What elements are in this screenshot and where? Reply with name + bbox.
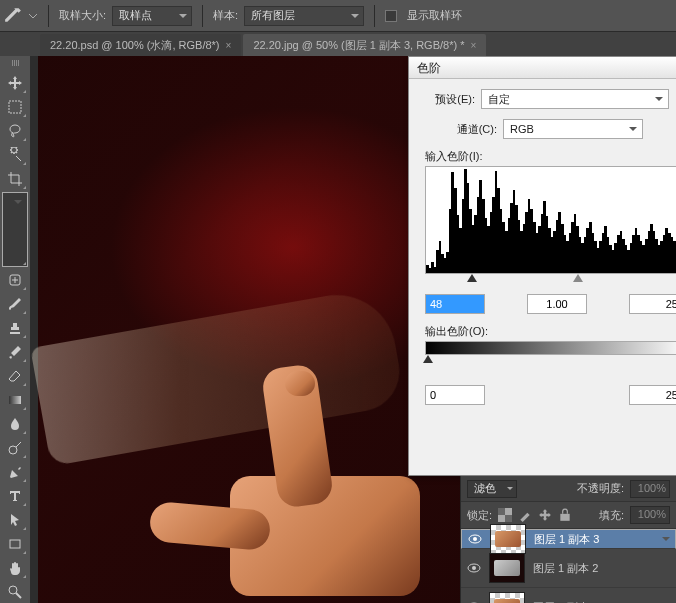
svg-rect-0 [9,101,21,113]
input-white-field[interactable] [629,294,676,314]
svg-rect-8 [498,515,505,522]
type-tool[interactable] [3,485,27,507]
input-levels-label: 输入色阶(I): [425,149,676,164]
fill-label: 填充: [599,508,624,523]
output-levels-label: 输出色阶(O): [425,324,676,339]
tab-document-2[interactable]: 22.20.jpg @ 50% (图层 1 副本 3, RGB/8*) * × [243,34,486,56]
output-black-field[interactable] [425,385,485,405]
lock-label: 锁定: [467,508,492,523]
sample-dropdown[interactable]: 所有图层 [244,6,364,26]
close-icon[interactable]: × [226,40,232,51]
layer-name: 图层 1 副本 3 [534,532,599,547]
layer-thumbnail[interactable] [489,592,525,603]
visibility-icon[interactable] [468,532,482,546]
sample-size-dropdown[interactable]: 取样点 [112,6,192,26]
channel-dropdown[interactable]: RGB [503,119,643,139]
history-brush-tool[interactable] [3,341,27,363]
grip-icon[interactable] [5,60,25,66]
svg-rect-9 [560,514,569,521]
lock-brush-icon[interactable] [518,508,532,522]
opacity-field[interactable]: 100% [630,480,670,498]
opacity-label: 不透明度: [577,481,624,496]
output-slider[interactable] [425,355,676,369]
sample-size-label: 取样大小: [59,8,106,23]
rectangle-tool[interactable] [3,533,27,555]
dodge-tool[interactable] [3,437,27,459]
eyedropper-tool[interactable] [2,192,28,267]
input-black-field[interactable] [425,294,485,314]
lock-transparency-icon[interactable] [498,508,512,522]
hand-tool[interactable] [3,557,27,579]
eyedropper-icon [4,7,22,25]
svg-point-11 [473,537,477,541]
move-tool[interactable] [3,72,27,94]
hand-shape [110,396,430,596]
layer-thumbnail[interactable] [490,524,526,554]
svg-rect-2 [9,396,21,404]
layer-row[interactable]: 图层 1 副本 3 [461,529,676,549]
layer-row[interactable]: 图层 1 副本 2 [461,549,676,588]
path-select-tool[interactable] [3,509,27,531]
lasso-tool[interactable] [3,120,27,142]
zoom-tool[interactable] [3,581,27,603]
levels-dialog: 色阶 预设(E): 自定 通道(C): RGB 输入色阶(I): [408,56,676,476]
input-gamma-field[interactable] [527,294,587,314]
dialog-title[interactable]: 色阶 [409,57,676,79]
separator [48,5,49,27]
tab-title: 22.20.jpg @ 50% (图层 1 副本 3, RGB/8*) * [253,38,464,53]
histogram [425,166,676,274]
brush-tool[interactable] [3,293,27,315]
sample-label: 样本: [213,8,238,23]
preset-dropdown[interactable]: 自定 [481,89,669,109]
black-point-slider[interactable] [467,274,477,282]
show-ring-checkbox[interactable] [385,10,397,22]
preset-label: 预设(E): [421,92,475,107]
blur-tool[interactable] [3,413,27,435]
layers-panel: 滤色 不透明度: 100% 锁定: 填充: 100% 图层 1 副本 3 [460,476,676,603]
svg-rect-4 [10,540,20,548]
show-ring-label: 显示取样环 [407,8,462,23]
eraser-tool[interactable] [3,365,27,387]
output-gradient [425,341,676,355]
svg-rect-7 [505,508,512,515]
channel-label: 通道(C): [443,122,497,137]
svg-point-3 [9,446,17,454]
separator [202,5,203,27]
visibility-icon[interactable] [467,561,481,575]
tab-document-1[interactable]: 22.20.psd @ 100% (水滴, RGB/8*) × [40,34,241,56]
fill-field[interactable]: 100% [630,506,670,524]
pen-tool[interactable] [3,461,27,483]
out-black-slider[interactable] [423,355,433,363]
canvas[interactable]: 色阶 预设(E): 自定 通道(C): RGB 输入色阶(I): [30,56,676,603]
flyout-icon[interactable] [28,11,38,21]
marquee-tool[interactable] [3,96,27,118]
tool-palette [0,56,30,603]
heal-tool[interactable] [3,269,27,291]
stamp-tool[interactable] [3,317,27,339]
separator [374,5,375,27]
gamma-slider[interactable] [573,274,583,282]
output-white-field[interactable] [629,385,676,405]
gradient-tool[interactable] [3,389,27,411]
tab-title: 22.20.psd @ 100% (水滴, RGB/8*) [50,38,220,53]
layer-thumbnail[interactable] [489,553,525,583]
options-bar: 取样大小: 取样点 样本: 所有图层 显示取样环 [0,0,676,32]
blend-mode-dropdown[interactable]: 滤色 [467,480,517,498]
layer-name: 图层 1 副本 [533,600,589,604]
layer-name: 图层 1 副本 2 [533,561,598,576]
svg-point-13 [472,566,476,570]
svg-point-5 [9,586,17,594]
layer-list: 图层 1 副本 3 图层 1 副本 2 图层 1 副本 图层 1 [461,529,676,603]
wand-tool[interactable] [3,144,27,166]
layer-row[interactable]: 图层 1 副本 [461,588,676,603]
workspace: 色阶 预设(E): 自定 通道(C): RGB 输入色阶(I): [0,56,676,603]
lock-all-icon[interactable] [558,508,572,522]
lock-move-icon[interactable] [538,508,552,522]
document-tabs: 22.20.psd @ 100% (水滴, RGB/8*) × 22.20.jp… [0,32,676,56]
input-slider[interactable] [425,274,676,288]
close-icon[interactable]: × [470,40,476,51]
crop-tool[interactable] [3,168,27,190]
